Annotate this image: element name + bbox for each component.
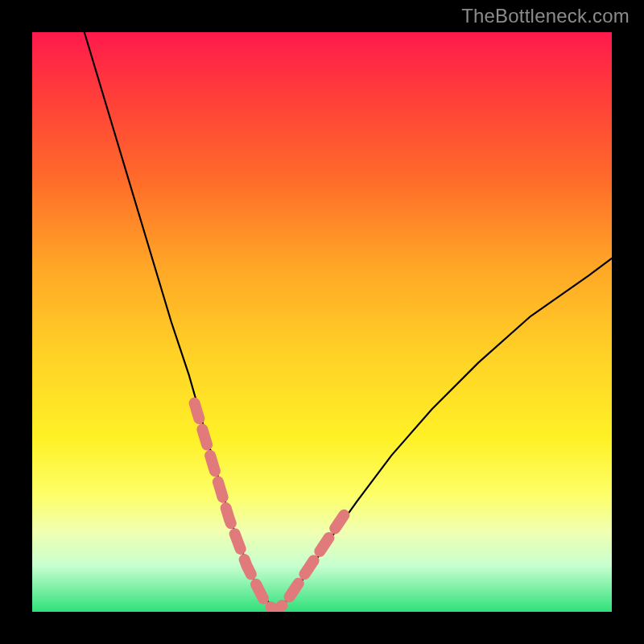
highlighted-segment xyxy=(195,403,345,612)
watermark-text: TheBottleneck.com xyxy=(461,5,630,27)
chart-frame: TheBottleneck.com xyxy=(0,0,644,644)
chart-svg xyxy=(32,32,612,612)
plot-area xyxy=(32,32,612,612)
bottleneck-curve xyxy=(85,32,612,612)
